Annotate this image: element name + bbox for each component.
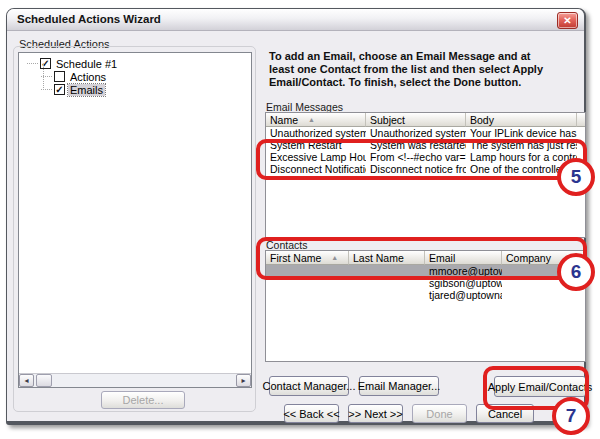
column-header-name[interactable]: Name ▲ <box>266 113 366 127</box>
column-header-company[interactable]: Company <box>502 251 585 265</box>
cell-last-name[interactable] <box>349 277 425 289</box>
done-button[interactable]: Done <box>412 404 467 423</box>
back-button[interactable]: << Back << <box>284 404 339 423</box>
email-message-row[interactable]: Unauthorized system activity Unauthorize… <box>266 127 585 139</box>
schedule-1-checkbox[interactable] <box>40 58 51 69</box>
cell-name[interactable]: Unauthorized system activity <box>266 127 366 139</box>
email-message-row[interactable]: System Restart System was restarted The … <box>266 139 585 151</box>
column-header-first-name[interactable]: First Name ▲ <box>266 251 349 265</box>
cell-first-name[interactable] <box>266 277 349 289</box>
email-manager-button[interactable]: Email Manager... <box>359 376 439 396</box>
cell-name[interactable]: Disconnect Notification <box>266 163 366 175</box>
cell-subject[interactable]: From <!--#echo var="WC... <box>366 151 466 163</box>
column-header-label: Email <box>429 252 455 264</box>
column-header-last-name[interactable]: Last Name <box>349 251 425 265</box>
column-header-label: Last Name <box>353 252 404 264</box>
cell-body[interactable]: Lamp hours for a controll... <box>466 151 577 163</box>
cell-body[interactable]: The system has just resta... <box>466 139 577 151</box>
column-header-label: First Name <box>270 252 321 264</box>
tree-label-schedule-1[interactable]: Schedule #1 <box>54 58 119 70</box>
cell-body[interactable]: One of the controlled dev... <box>466 163 577 175</box>
scroll-left-arrow-icon[interactable]: ◂ <box>19 374 34 387</box>
cell-name[interactable]: System Restart <box>266 139 366 151</box>
cell-subject[interactable]: System was restarted <box>366 139 466 151</box>
delete-button[interactable]: Delete... <box>101 391 185 409</box>
contact-row[interactable]: mmoore@uptown... <box>266 265 585 277</box>
close-icon: ✕ <box>563 15 571 26</box>
instructions-line: least one Contact from the list and then… <box>269 63 589 76</box>
cell-last-name[interactable] <box>349 265 425 277</box>
cell-name[interactable]: Excessive Lamp Hours <box>266 151 366 163</box>
column-header-label: Name <box>270 114 298 126</box>
instructions-line: Email/Contact. To finish, select the Don… <box>269 76 589 89</box>
tree-item-emails[interactable]: Emails <box>19 83 251 96</box>
scheduled-actions-wizard-dialog: Scheduled Actions Wizard ✕ Scheduled Act… <box>6 8 586 425</box>
title-bar[interactable]: Scheduled Actions Wizard ✕ <box>7 9 584 31</box>
contacts-header: First Name ▲ Last Name Email Company <box>266 251 585 265</box>
cell-email[interactable]: tjared@uptownav... <box>425 289 502 301</box>
close-button[interactable]: ✕ <box>557 12 578 29</box>
sort-ascending-icon: ▲ <box>331 254 338 261</box>
tree-item-actions[interactable]: Actions <box>19 70 251 83</box>
schedule-tree-items: Schedule #1 Actions Emails <box>19 53 251 373</box>
column-header-label: Company <box>506 252 551 264</box>
cell-company[interactable] <box>502 277 585 289</box>
email-message-row[interactable]: Disconnect Notification Disconnect notic… <box>266 163 585 175</box>
tree-line <box>27 63 38 64</box>
tree-horizontal-scrollbar[interactable]: ◂ ▸ <box>19 373 251 387</box>
cell-subject[interactable]: Unauthorized system acti... <box>366 127 466 139</box>
tree-connector-line <box>43 64 44 90</box>
tree-item-schedule-1[interactable]: Schedule #1 <box>19 57 251 70</box>
actions-checkbox[interactable] <box>54 71 65 82</box>
cell-body[interactable]: Your IPLink device has d... <box>466 127 577 139</box>
tree-label-actions[interactable]: Actions <box>68 71 108 83</box>
apply-email-contacts-button[interactable]: Apply Email/Contacts <box>494 376 586 397</box>
cell-company[interactable] <box>502 265 585 277</box>
contacts-table[interactable]: First Name ▲ Last Name Email Company mmo… <box>265 250 586 362</box>
cell-subject[interactable]: Disconnect notice from <... <box>366 163 466 175</box>
column-header-subject[interactable]: Subject <box>366 113 466 127</box>
schedule-tree[interactable]: Schedule #1 Actions Emails ◂ ▸ <box>18 52 252 388</box>
cancel-button[interactable]: Cancel <box>476 404 534 423</box>
column-header-label: Body <box>470 114 494 126</box>
cell-first-name[interactable] <box>266 265 349 277</box>
tree-label-emails[interactable]: Emails <box>68 84 105 96</box>
column-header-label: Subject <box>370 114 405 126</box>
cell-company[interactable] <box>502 289 585 301</box>
contact-row[interactable]: tjared@uptownav... <box>266 289 585 301</box>
email-messages-table[interactable]: Name ▲ Subject Body Unauthorized system … <box>265 112 586 238</box>
column-header-stub <box>577 113 585 127</box>
sort-ascending-icon: ▲ <box>308 116 315 123</box>
instructions-text: To add an Email, choose an Email Message… <box>269 50 589 89</box>
column-header-email[interactable]: Email <box>425 251 502 265</box>
email-messages-header: Name ▲ Subject Body <box>266 113 585 127</box>
window-title: Scheduled Actions Wizard <box>17 13 161 25</box>
contact-row[interactable]: sgibson@uptown... <box>266 277 585 289</box>
instructions-line: To add an Email, choose an Email Message… <box>269 50 589 63</box>
cell-email[interactable]: mmoore@uptown... <box>425 265 502 277</box>
cell-first-name[interactable] <box>266 289 349 301</box>
cell-email[interactable]: sgibson@uptown... <box>425 277 502 289</box>
emails-checkbox[interactable] <box>54 84 65 95</box>
scrollbar-thumb[interactable] <box>36 374 52 387</box>
next-button[interactable]: >> Next >> <box>348 404 403 423</box>
email-message-row[interactable]: Excessive Lamp Hours From <!--#echo var=… <box>266 151 585 163</box>
contact-manager-button[interactable]: Contact Manager... <box>269 376 349 396</box>
scroll-right-arrow-icon[interactable]: ▸ <box>236 374 251 387</box>
column-header-body[interactable]: Body <box>466 113 577 127</box>
cell-last-name[interactable] <box>349 289 425 301</box>
